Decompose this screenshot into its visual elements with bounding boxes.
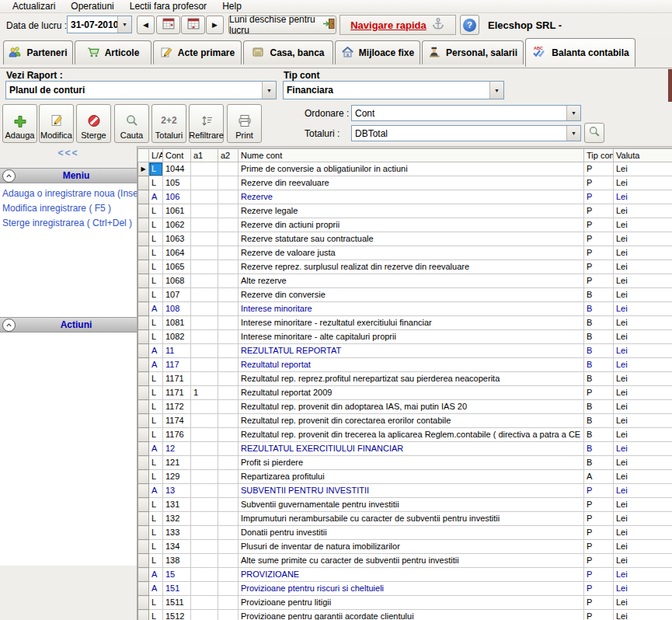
cell-a1[interactable] (191, 428, 218, 442)
cell-la[interactable]: A (149, 484, 163, 498)
column-header[interactable]: L/A (149, 149, 163, 162)
cell-tip[interactable]: B (584, 344, 614, 358)
cell-cont[interactable]: 133 (163, 526, 191, 540)
cell-a2[interactable] (218, 260, 239, 274)
cell-nume[interactable]: Rezerve din reevaluare (239, 176, 584, 190)
cell-a2[interactable] (218, 596, 239, 610)
table-row[interactable]: L1176Rezultatul rep. provenit din trecer… (138, 428, 672, 442)
cell-nume[interactable]: Rezerve din actiuni proprii (239, 218, 584, 232)
cell-a1[interactable] (191, 218, 218, 232)
cell-a2[interactable] (218, 176, 239, 190)
totals-button[interactable]: 2+2 Totaluri (151, 104, 186, 143)
row-selector[interactable] (138, 372, 149, 386)
cell-cont[interactable]: 1171 (163, 386, 191, 400)
table-row[interactable]: L1068Alte rezervePLei (138, 274, 672, 288)
cell-cont[interactable]: 1511 (163, 596, 191, 610)
cell-tip[interactable]: P (584, 204, 614, 218)
cell-tip[interactable]: P (584, 246, 614, 260)
cell-valuta[interactable]: Lei (614, 386, 672, 400)
cell-valuta[interactable]: Lei (614, 470, 672, 484)
order-by-combo[interactable]: Cont ▼ (351, 105, 581, 121)
table-row[interactable]: L1061Rezerve legalePLei (138, 204, 672, 218)
cell-nume[interactable]: Profit si pierdere (239, 456, 584, 470)
cell-a1[interactable] (191, 246, 218, 260)
table-row[interactable]: L1172Rezultatul rep. provenit din adopta… (138, 400, 672, 414)
cell-valuta[interactable]: Lei (614, 582, 672, 596)
row-selector[interactable] (138, 582, 149, 596)
cell-la[interactable]: A (149, 358, 163, 372)
cell-cont[interactable]: 1082 (163, 330, 191, 344)
cell-a2[interactable] (218, 162, 239, 176)
menu-item-actualizari[interactable]: Actualizari (5, 0, 63, 12)
row-selector[interactable] (138, 568, 149, 582)
cell-cont[interactable]: 107 (163, 288, 191, 302)
order-by-dropdown-icon[interactable]: ▼ (566, 106, 580, 120)
cell-tip[interactable]: B (584, 330, 614, 344)
table-row[interactable]: L1063Rezerve statutare sau contractualeP… (138, 232, 672, 246)
table-row[interactable]: L138Alte sume primite cu caracter de sub… (138, 554, 672, 568)
cell-tip[interactable]: P (584, 596, 614, 610)
row-selector[interactable] (138, 316, 149, 330)
cell-cont[interactable]: 132 (163, 512, 191, 526)
cell-a1[interactable] (191, 414, 218, 428)
cell-tip[interactable]: P (584, 218, 614, 232)
cell-tip[interactable]: B (584, 372, 614, 386)
cell-a2[interactable] (218, 372, 239, 386)
cell-a2[interactable] (218, 400, 239, 414)
table-row[interactable]: L11711Rezultatul reportat 2009PLei (138, 386, 672, 400)
cell-la[interactable]: L (149, 526, 163, 540)
table-row[interactable]: A106RezervePLei (138, 190, 672, 204)
cell-tip[interactable]: B (584, 414, 614, 428)
cell-valuta[interactable]: Lei (614, 330, 672, 344)
cell-cont[interactable]: 1068 (163, 274, 191, 288)
print-button[interactable]: Print (227, 104, 262, 143)
cell-cont[interactable]: 1176 (163, 428, 191, 442)
table-row[interactable]: L129Repartizarea profituluiALei (138, 470, 672, 484)
working-date-dropdown-icon[interactable]: ▼ (117, 16, 131, 33)
cell-la[interactable]: A (149, 344, 163, 358)
row-selector[interactable] (138, 610, 149, 620)
cell-tip[interactable]: B (584, 316, 614, 330)
cell-a1[interactable] (191, 582, 218, 596)
cell-a1[interactable] (191, 302, 218, 316)
cell-valuta[interactable]: Lei (614, 526, 672, 540)
next-month-button[interactable]: ▶ (206, 16, 224, 34)
cell-a2[interactable] (218, 428, 239, 442)
cell-a1[interactable] (191, 596, 218, 610)
cell-valuta[interactable]: Lei (614, 344, 672, 358)
cell-a2[interactable] (218, 190, 239, 204)
cell-valuta[interactable]: Lei (614, 232, 672, 246)
cell-valuta[interactable]: Lei (614, 428, 672, 442)
cell-nume[interactable]: Prime de conversie a obligatiunilor in a… (239, 162, 584, 176)
cell-la[interactable]: L (149, 232, 163, 246)
cell-a2[interactable] (218, 218, 239, 232)
cell-la[interactable]: A (149, 302, 163, 316)
cell-nume[interactable]: Rezultatul reportat (239, 358, 584, 372)
tab-casa-banca[interactable]: Casa, banca (243, 40, 333, 64)
cell-a1[interactable] (191, 344, 218, 358)
column-header[interactable]: Cont (163, 149, 191, 162)
cell-a2[interactable] (218, 386, 239, 400)
report-combo[interactable]: Planul de conturi ▼ (5, 81, 277, 99)
row-selector[interactable] (138, 260, 149, 274)
cell-a2[interactable] (218, 302, 239, 316)
cell-valuta[interactable]: Lei (614, 540, 672, 554)
cell-tip[interactable]: B (584, 302, 614, 316)
row-selector[interactable] (138, 540, 149, 554)
tab-parteneri[interactable]: Parteneri (3, 40, 73, 64)
row-selector[interactable] (138, 204, 149, 218)
cell-tip[interactable]: P (584, 498, 614, 512)
cell-nume[interactable]: Interese minoritare (239, 302, 584, 316)
cell-a2[interactable] (218, 442, 239, 456)
search-button[interactable]: Cauta (114, 104, 149, 143)
cell-nume[interactable]: Interese minoritare - alte capitaluri pr… (239, 330, 584, 344)
table-row[interactable]: L1174Rezultatul rep. provenit din corect… (138, 414, 672, 428)
table-row[interactable]: A15PROVIZIOANEPLei (138, 568, 672, 582)
cell-a2[interactable] (218, 610, 239, 620)
table-row[interactable]: L1081Interese minoritare - rezultatul ex… (138, 316, 672, 330)
cell-tip[interactable]: P (584, 232, 614, 246)
cell-valuta[interactable]: Lei (614, 176, 672, 190)
cell-nume[interactable]: SUBVENTII PENTRU INVESTITII (239, 484, 584, 498)
cell-valuta[interactable]: Lei (614, 400, 672, 414)
cell-valuta[interactable]: Lei (614, 484, 672, 498)
